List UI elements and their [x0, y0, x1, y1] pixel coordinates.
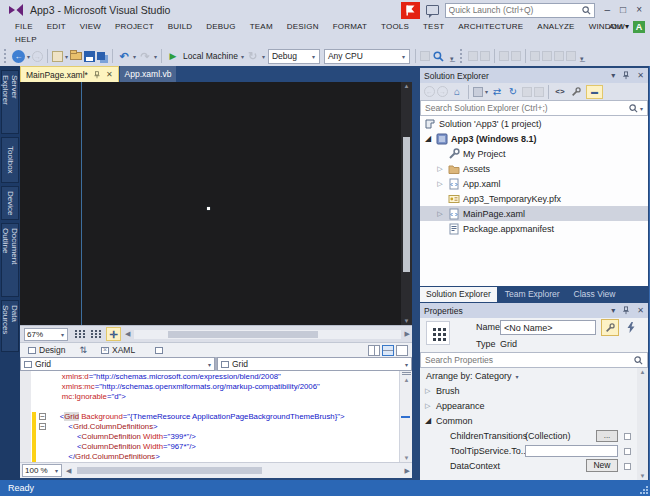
- pin-icon[interactable]: [622, 306, 630, 315]
- bookmark-toggle-icon[interactable]: [530, 51, 540, 61]
- source-control-checkin-icon[interactable]: [468, 51, 478, 61]
- swap-panes-icon[interactable]: ⇅: [73, 345, 93, 355]
- panel-tab-team-explorer[interactable]: Team Explorer: [499, 287, 566, 302]
- menu-help[interactable]: HELP: [8, 35, 44, 44]
- designer-scroll-right-icon[interactable]: ▶: [405, 330, 410, 338]
- document-outline-popout-icon[interactable]: [155, 347, 163, 354]
- menu-view[interactable]: VIEW: [73, 22, 108, 31]
- editor-scroll-right-icon[interactable]: ▶: [405, 467, 410, 475]
- show-all-files-icon[interactable]: [522, 87, 532, 97]
- panel-tab-class-view[interactable]: Class View: [568, 287, 622, 302]
- attach-to-process-icon[interactable]: [420, 51, 430, 61]
- expander-closed-icon[interactable]: ▷: [425, 402, 430, 410]
- code-line[interactable]: </Grid.ColumnDefinitions>: [20, 452, 412, 462]
- configuration-combo[interactable]: Debug▾: [268, 49, 320, 64]
- properties-mode-icon[interactable]: [601, 319, 619, 336]
- tree-item-my-project[interactable]: My Project: [420, 146, 648, 161]
- breadcrumb-element-left[interactable]: Grid▾: [20, 357, 215, 371]
- code-line[interactable]: <ColumnDefinition Width="399*"/>: [20, 432, 412, 442]
- window-position-icon[interactable]: ▾: [611, 306, 615, 315]
- property-marker-box[interactable]: [624, 463, 631, 470]
- scroll-up-icon[interactable]: ▲: [637, 369, 648, 375]
- code-line[interactable]: [20, 402, 412, 412]
- pin-icon[interactable]: [93, 71, 101, 79]
- new-project-icon[interactable]: [52, 51, 63, 62]
- xaml-designer-surface[interactable]: ▲ ▼: [20, 82, 412, 325]
- new-instance-button[interactable]: New: [586, 459, 618, 472]
- toolbar-overflow-icon[interactable]: ▾─: [579, 50, 586, 63]
- document-tab-mainpage-xaml-[interactable]: MainPage.xaml*✕: [20, 66, 119, 82]
- run-target-label[interactable]: Local Machine: [183, 51, 238, 61]
- property-marker-box[interactable]: [624, 433, 631, 440]
- undo-icon[interactable]: ↶: [117, 49, 131, 64]
- solution-explorer-search-box[interactable]: ▾: [420, 100, 648, 116]
- scroll-down-icon[interactable]: ▼: [637, 473, 648, 479]
- feedback-comment-icon[interactable]: [426, 5, 439, 15]
- menu-design[interactable]: DESIGN: [280, 22, 326, 31]
- horizontal-split-icon[interactable]: [382, 345, 394, 356]
- dropdown-chevron-icon[interactable]: ▾: [485, 88, 488, 95]
- solution-explorer-search-input[interactable]: [425, 103, 629, 113]
- breadcrumb-element-right[interactable]: Grid▾: [217, 357, 412, 371]
- tree-item-mainpage-xaml[interactable]: ▷MainPage.xaml: [420, 206, 648, 221]
- tool-tab-document-outline[interactable]: Document Outline: [1, 223, 19, 297]
- properties-scrollbar[interactable]: ▲ ▼: [637, 368, 648, 480]
- arrange-by-selector[interactable]: Arrange by: Category▾: [420, 368, 648, 384]
- menu-debug[interactable]: DEBUG: [199, 22, 242, 31]
- tree-item-app3-windows-8-1-[interactable]: ◢App3 (Windows 8.1): [420, 131, 648, 146]
- collapse-pane-icon[interactable]: [396, 345, 408, 356]
- property-textbox[interactable]: [525, 445, 618, 457]
- designer-scroll-left-icon[interactable]: ◀: [125, 330, 130, 338]
- bookmark-next-icon[interactable]: [554, 51, 564, 61]
- navigate-backward-icon[interactable]: ←: [424, 86, 435, 97]
- properties-search-input[interactable]: [425, 355, 634, 365]
- code-line[interactable]: xmlns:mc="http://schemas.openxmlformats.…: [20, 382, 412, 392]
- navigate-backward-icon[interactable]: ←: [12, 50, 25, 63]
- menu-file[interactable]: FILE: [8, 22, 40, 31]
- snap-to-grid-icon[interactable]: [90, 329, 102, 339]
- solution-explorer-title-bar[interactable]: Solution Explorer ▾ ✕: [420, 68, 648, 83]
- tree-item-app3-temporarykey-pfx[interactable]: App3_TemporaryKey.pfx: [420, 191, 648, 206]
- window-position-icon[interactable]: ▾: [611, 71, 615, 80]
- pending-changes-filter-icon[interactable]: [534, 87, 544, 97]
- scrollbar-thumb[interactable]: [77, 467, 262, 474]
- dropdown-chevron-icon[interactable]: ▾: [133, 53, 136, 60]
- tab-design[interactable]: Design: [20, 345, 73, 355]
- menu-team[interactable]: TEAM: [243, 22, 280, 31]
- scroll-up-icon[interactable]: ▲: [401, 83, 412, 89]
- tree-item-assets[interactable]: ▷Assets: [420, 161, 648, 176]
- panel-tab-solution-explorer[interactable]: Solution Explorer: [420, 287, 497, 302]
- designer-horizontal-scrollbar[interactable]: [134, 330, 400, 339]
- scrollbar-thumb[interactable]: [168, 331, 318, 338]
- tree-item-package-appxmanifest[interactable]: Package.appxmanifest: [420, 221, 648, 236]
- element-name-field[interactable]: [500, 320, 596, 335]
- menu-build[interactable]: BUILD: [161, 22, 200, 31]
- scrollbar-thumb[interactable]: [403, 137, 410, 272]
- designer-vertical-scrollbar[interactable]: ▲ ▼: [401, 82, 412, 325]
- close-icon[interactable]: ✕: [637, 306, 644, 315]
- pin-icon[interactable]: [622, 71, 630, 80]
- snap-to-snaplines-icon[interactable]: ✛: [106, 327, 121, 341]
- navigate-forward-icon[interactable]: →: [32, 51, 43, 62]
- quick-launch-input[interactable]: [449, 5, 582, 15]
- fold-collapse-icon[interactable]: −: [39, 413, 46, 420]
- close-icon[interactable]: ✕: [637, 71, 644, 80]
- redo-icon[interactable]: ↷: [138, 49, 152, 64]
- show-snap-grid-icon[interactable]: [74, 329, 86, 339]
- code-line[interactable]: xmlns:d="http://schemas.microsoft.com/ex…: [20, 372, 412, 382]
- expander-open-icon[interactable]: ◢: [425, 416, 431, 425]
- expander-closed-icon[interactable]: ▷: [436, 210, 444, 218]
- vertical-split-icon[interactable]: [368, 345, 380, 356]
- property-row-childrentransitions[interactable]: ChildrenTransitions(Collection)...: [420, 429, 637, 444]
- code-line[interactable]: mc:Ignorable="d">: [20, 392, 412, 402]
- properties-icon[interactable]: [569, 84, 583, 99]
- find-in-files-icon[interactable]: [432, 49, 446, 64]
- platform-combo[interactable]: Any CPU▾: [324, 49, 410, 64]
- editor-scroll-left-icon[interactable]: ◀: [66, 467, 71, 475]
- tree-item-solution-app3-1-project-[interactable]: Solution 'App3' (1 project): [420, 116, 648, 131]
- collection-editor-button[interactable]: ...: [596, 430, 618, 442]
- code-line[interactable]: − <Grid.ColumnDefinitions>: [20, 422, 412, 432]
- bookmark-previous-icon[interactable]: [542, 51, 552, 61]
- designer-zoom-combo[interactable]: 67%▾: [24, 328, 68, 341]
- user-menu[interactable]: Atul ▾: [609, 22, 629, 31]
